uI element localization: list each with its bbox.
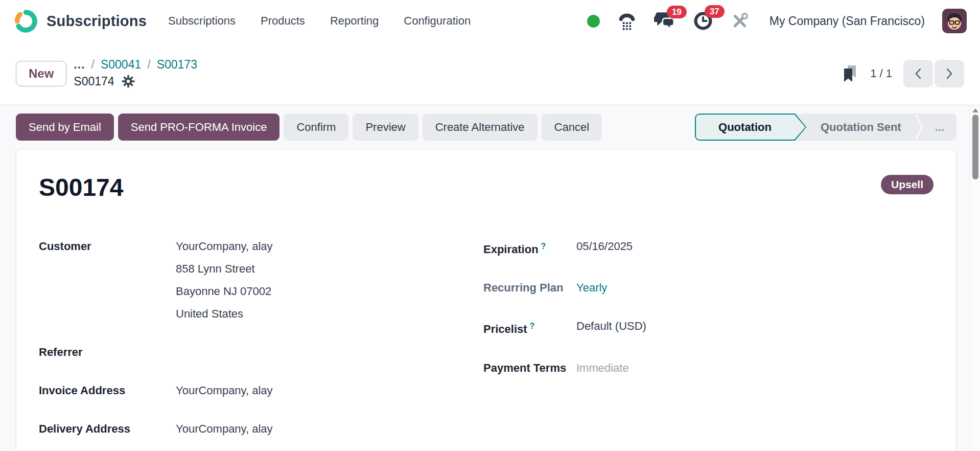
status-pipeline: Quotation Quotation Sent ... — [695, 114, 956, 141]
systray: 19 37 My Company (San Francisco) — [587, 9, 967, 33]
field-customer: Customer YourCompany, alay 858 Lynn Stre… — [39, 235, 483, 325]
customer-value[interactable]: YourCompany, alay 858 Lynn Street Bayonn… — [176, 235, 483, 325]
fields-right-column: Expiration? 05/16/2025 Recurring Plan Ye… — [483, 235, 934, 451]
messages-icon[interactable]: 19 — [654, 11, 675, 31]
breadcrumb-ellipsis[interactable]: ... — [74, 57, 85, 73]
invoice-address-value[interactable]: YourCompany, alay — [176, 379, 483, 402]
customer-label: Customer — [39, 235, 176, 325]
debug-tools-icon[interactable] — [731, 12, 749, 30]
fields-left-column: Customer YourCompany, alay 858 Lynn Stre… — [39, 235, 483, 451]
help-icon: ? — [541, 242, 546, 251]
pager-next-button[interactable] — [935, 60, 964, 87]
online-status-dot — [587, 15, 600, 28]
scrollbar-up-arrow-icon[interactable] — [972, 108, 978, 112]
field-payment-terms: Payment Terms Immediate — [483, 357, 934, 379]
delivery-address-label: Delivery Address — [39, 418, 176, 440]
field-referrer: Referrer — [39, 341, 483, 364]
bookmark-icon[interactable] — [842, 64, 859, 83]
confirm-button[interactable]: Confirm — [284, 114, 348, 141]
stage-more[interactable]: ... — [923, 114, 956, 141]
referrer-value[interactable] — [176, 341, 483, 364]
main-menu: Subscriptions Products Reporting Configu… — [168, 14, 471, 28]
preview-button[interactable]: Preview — [353, 114, 418, 141]
send-proforma-invoice-button[interactable]: Send PRO-FORMA Invoice — [118, 114, 280, 141]
help-icon: ? — [530, 322, 535, 330]
upsell-badge: Upsell — [881, 175, 934, 194]
user-avatar[interactable] — [942, 9, 967, 33]
voip-phone-icon[interactable] — [617, 11, 637, 31]
record-title: S00174 — [39, 173, 934, 202]
field-delivery-address: Delivery Address YourCompany, alay — [39, 418, 483, 440]
form-view-area: Send by Email Send PRO-FORMA Invoice Con… — [0, 105, 980, 451]
pricelist-value[interactable]: Default (USD) — [576, 315, 934, 341]
expiration-value[interactable]: 05/16/2025 — [576, 235, 934, 261]
field-pricelist: Pricelist? Default (USD) — [483, 315, 934, 341]
scrollbar-thumb[interactable] — [972, 115, 978, 179]
activities-badge: 37 — [705, 5, 725, 18]
apps-home-menu[interactable]: Subscriptions — [13, 9, 147, 34]
pager-zone: 1 / 1 — [842, 60, 964, 87]
send-by-email-button[interactable]: Send by Email — [16, 114, 114, 141]
create-alternative-button[interactable]: Create Alternative — [423, 114, 538, 141]
vertical-scrollbar[interactable] — [970, 105, 980, 451]
breadcrumb-separator: / — [91, 57, 95, 73]
expiration-label: Expiration? — [483, 235, 576, 261]
breadcrumb: ... / S00041 / S00173 S00174 — [74, 57, 197, 90]
stage-chevron-icon — [916, 114, 923, 141]
messages-badge: 19 — [667, 6, 687, 18]
app-name: Subscriptions — [46, 13, 147, 30]
customer-street: 858 Lynn Street — [176, 258, 483, 280]
menu-configuration[interactable]: Configuration — [404, 14, 471, 28]
payment-terms-label: Payment Terms — [483, 357, 576, 379]
customer-name[interactable]: YourCompany, alay — [176, 235, 483, 258]
pager-counter: 1 / 1 — [870, 67, 892, 80]
stage-quotation-active[interactable]: Quotation — [695, 114, 806, 141]
customer-city: Bayonne NJ 07002 — [176, 280, 483, 303]
field-grid: Customer YourCompany, alay 858 Lynn Stre… — [39, 235, 934, 451]
menu-reporting[interactable]: Reporting — [330, 14, 379, 28]
field-expiration: Expiration? 05/16/2025 — [483, 235, 934, 261]
record-sheet: Upsell S00174 Customer YourCompany, alay… — [16, 149, 956, 451]
chevron-left-icon — [913, 67, 923, 80]
pricelist-label: Pricelist? — [483, 315, 576, 341]
recurring-plan-label: Recurring Plan — [483, 277, 576, 299]
menu-subscriptions[interactable]: Subscriptions — [168, 14, 236, 28]
cancel-button[interactable]: Cancel — [542, 114, 602, 141]
invoice-address-label: Invoice Address — [39, 379, 176, 402]
pager-previous-button[interactable] — [903, 60, 933, 87]
chevron-right-icon — [944, 67, 954, 80]
customer-country: United States — [176, 303, 483, 325]
top-navbar: Subscriptions Subscriptions Products Rep… — [0, 0, 980, 42]
control-panel: New ... / S00041 / S00173 S00174 — [0, 42, 980, 105]
recurring-plan-value[interactable]: Yearly — [576, 277, 934, 299]
stage-quotation-sent[interactable]: Quotation Sent — [806, 114, 916, 141]
referrer-label: Referrer — [39, 341, 176, 364]
app-logo-icon — [13, 9, 38, 34]
breadcrumb-link-s00173[interactable]: S00173 — [157, 57, 197, 73]
activities-clock-icon[interactable]: 37 — [693, 11, 713, 31]
breadcrumb-separator: / — [147, 57, 150, 73]
new-button[interactable]: New — [16, 61, 66, 86]
action-button-bar: Send by Email Send PRO-FORMA Invoice Con… — [16, 114, 956, 141]
gear-icon[interactable] — [122, 75, 135, 88]
delivery-address-value[interactable]: YourCompany, alay — [176, 418, 483, 440]
field-recurring-plan: Recurring Plan Yearly — [483, 277, 934, 299]
breadcrumb-link-s00041[interactable]: S00041 — [101, 57, 141, 73]
breadcrumb-current: S00174 — [74, 73, 114, 90]
company-switcher[interactable]: My Company (San Francisco) — [769, 14, 925, 28]
field-invoice-address: Invoice Address YourCompany, alay — [39, 379, 483, 402]
menu-products[interactable]: Products — [261, 14, 305, 28]
stage-active-label: Quotation — [718, 121, 772, 134]
payment-terms-value[interactable]: Immediate — [576, 357, 934, 379]
